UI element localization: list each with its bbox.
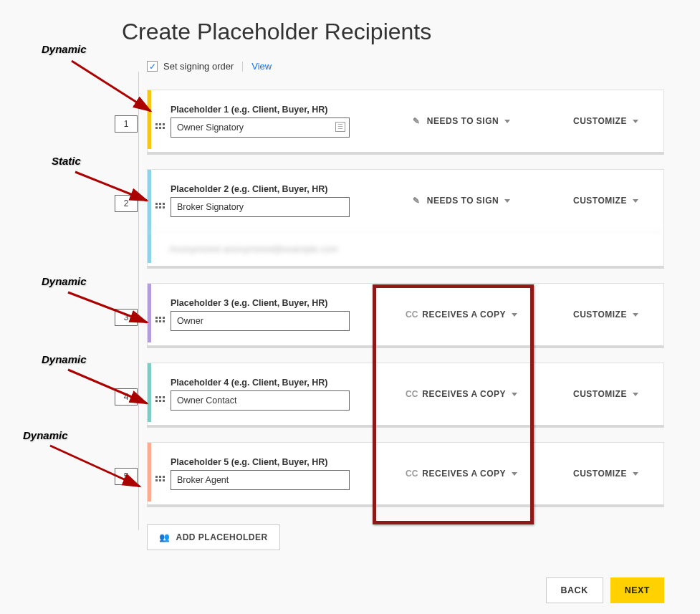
recipient-card: Placeholder 4 (e.g. Client, Buyer, HR) C…: [147, 363, 664, 428]
contacts-icon[interactable]: ☰: [335, 122, 345, 132]
placeholder-label: Placeholder 2 (e.g. Client, Buyer, HR): [171, 184, 350, 194]
customize-label: CUSTOMIZE: [573, 196, 627, 206]
pen-icon: ✎: [413, 116, 423, 126]
placeholder-name-input[interactable]: [171, 390, 350, 411]
drag-handle-icon[interactable]: [155, 386, 165, 402]
add-person-icon: 👥: [159, 532, 171, 542]
signing-order-checkbox[interactable]: ✓: [147, 61, 158, 72]
recipient-card: Placeholder 3 (e.g. Client, Buyer, HR) C…: [147, 283, 664, 348]
action-dropdown[interactable]: CC RECEIVES A COPY: [406, 469, 517, 479]
divider: [242, 62, 243, 72]
customize-label: CUSTOMIZE: [573, 116, 627, 126]
drag-handle-icon[interactable]: [155, 113, 165, 129]
placeholder-name-input[interactable]: [171, 470, 350, 490]
action-label: RECEIVES A COPY: [422, 389, 506, 399]
action-label: NEEDS TO SIGN: [427, 116, 499, 126]
placeholder-label: Placeholder 1 (e.g. Client, Buyer, HR): [171, 105, 350, 115]
cc-icon: CC: [406, 469, 418, 479]
action-label: RECEIVES A COPY: [422, 469, 506, 479]
recipient-card: Placeholder 5 (e.g. Client, Buyer, HR) C…: [147, 442, 664, 507]
placeholder-label: Placeholder 3 (e.g. Client, Buyer, HR): [171, 298, 350, 308]
next-button[interactable]: NEXT: [610, 577, 664, 603]
recipient-card: Placeholder 2 (e.g. Client, Buyer, HR) ✎…: [147, 169, 664, 269]
order-box[interactable]: 5: [115, 468, 138, 485]
footer-buttons: BACK NEXT: [546, 577, 664, 603]
accent-bar: [148, 90, 151, 149]
view-link[interactable]: View: [251, 61, 272, 72]
order-box[interactable]: 2: [115, 195, 138, 212]
action-dropdown[interactable]: CC RECEIVES A COPY: [406, 389, 517, 399]
chevron-down-icon: [512, 472, 517, 476]
chevron-down-icon: [633, 120, 638, 123]
cc-icon: CC: [406, 310, 418, 320]
placeholder-name-input[interactable]: [171, 311, 350, 331]
recipient-detail-blurred: Anonymized anonymized@example.com: [148, 231, 663, 266]
accent-bar: [148, 443, 151, 502]
chevron-down-icon: [633, 313, 638, 317]
signing-order-label: Set signing order: [163, 61, 234, 72]
back-button[interactable]: BACK: [546, 577, 603, 603]
order-box[interactable]: 3: [115, 309, 138, 326]
customize-label: CUSTOMIZE: [573, 389, 627, 399]
customize-dropdown[interactable]: CUSTOMIZE: [573, 116, 652, 126]
placeholder-name-input[interactable]: [171, 197, 350, 217]
customize-dropdown[interactable]: CUSTOMIZE: [573, 389, 652, 399]
chevron-down-icon: [512, 393, 517, 396]
customize-dropdown[interactable]: CUSTOMIZE: [573, 196, 652, 206]
annotation-label-dynamic-1: Dynamic: [42, 43, 87, 55]
chevron-down-icon: [633, 199, 638, 203]
action-dropdown[interactable]: ✎ NEEDS TO SIGN: [413, 196, 510, 206]
chevron-down-icon: [633, 472, 638, 476]
add-placeholder-label: ADD PLACEHOLDER: [176, 532, 268, 542]
action-label: NEEDS TO SIGN: [427, 196, 499, 206]
customize-label: CUSTOMIZE: [573, 469, 627, 479]
customize-dropdown[interactable]: CUSTOMIZE: [573, 310, 652, 320]
recipient-list: 1 Placeholder 1 (e.g. Client, Buyer, HR)…: [115, 90, 664, 550]
placeholder-label: Placeholder 5 (e.g. Client, Buyer, HR): [171, 457, 350, 467]
drag-handle-icon[interactable]: [155, 307, 165, 322]
signing-order-row: ✓ Set signing order View: [147, 61, 272, 72]
action-label: RECEIVES A COPY: [422, 310, 506, 320]
order-box[interactable]: 4: [115, 388, 138, 406]
chevron-down-icon: [504, 199, 510, 203]
customize-dropdown[interactable]: CUSTOMIZE: [573, 469, 652, 479]
chevron-down-icon: [504, 120, 510, 123]
accent-bar: [148, 363, 151, 422]
action-dropdown[interactable]: CC RECEIVES A COPY: [406, 310, 517, 320]
chevron-down-icon: [512, 313, 517, 317]
order-box[interactable]: 1: [115, 115, 138, 133]
placeholder-name-input[interactable]: [171, 117, 350, 138]
annotation-label-dynamic-4: Dynamic: [42, 353, 87, 365]
recipient-card: Placeholder 1 (e.g. Client, Buyer, HR) ☰…: [147, 90, 664, 155]
annotation-label-dynamic-5: Dynamic: [23, 429, 68, 441]
annotation-label-static: Static: [52, 155, 81, 167]
cc-icon: CC: [406, 389, 418, 399]
chevron-down-icon: [633, 393, 638, 396]
annotation-label-dynamic-3: Dynamic: [42, 275, 87, 287]
add-placeholder-button[interactable]: 👥 ADD PLACEHOLDER: [147, 524, 280, 550]
drag-handle-icon[interactable]: [155, 466, 165, 481]
customize-label: CUSTOMIZE: [573, 310, 627, 320]
accent-bar: [148, 284, 151, 342]
placeholder-label: Placeholder 4 (e.g. Client, Buyer, HR): [171, 378, 350, 388]
drag-handle-icon[interactable]: [155, 193, 165, 208]
action-dropdown[interactable]: ✎ NEEDS TO SIGN: [413, 116, 510, 126]
pen-icon: ✎: [413, 196, 423, 206]
page-title: Create Placeholder Recipients: [122, 19, 431, 45]
